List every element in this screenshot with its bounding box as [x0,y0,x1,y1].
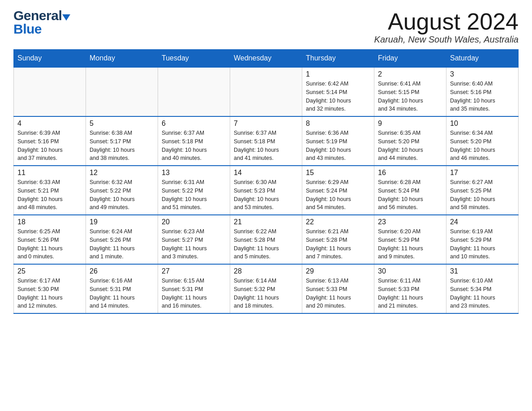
calendar-cell: 5Sunrise: 6:38 AMSunset: 5:17 PMDaylight… [86,116,158,166]
day-number: 10 [450,120,515,128]
calendar-cell: 21Sunrise: 6:22 AMSunset: 5:28 PMDayligh… [230,215,302,264]
weekday-header-friday: Friday [374,50,446,68]
calendar-cell: 16Sunrise: 6:28 AMSunset: 5:24 PMDayligh… [374,166,446,215]
calendar-cell: 20Sunrise: 6:23 AMSunset: 5:27 PMDayligh… [158,215,230,264]
calendar-cell: 10Sunrise: 6:34 AMSunset: 5:20 PMDayligh… [446,116,519,166]
calendar-cell: 26Sunrise: 6:16 AMSunset: 5:31 PMDayligh… [86,264,158,313]
calendar-cell: 19Sunrise: 6:24 AMSunset: 5:26 PMDayligh… [86,215,158,264]
day-info: Sunrise: 6:42 AMSunset: 5:14 PMDaylight:… [306,80,370,113]
day-info: Sunrise: 6:29 AMSunset: 5:24 PMDaylight:… [306,178,370,212]
day-number: 26 [90,267,154,275]
day-info: Sunrise: 6:20 AMSunset: 5:29 PMDaylight:… [378,227,442,261]
calendar-week-row: 11Sunrise: 6:33 AMSunset: 5:21 PMDayligh… [14,166,519,215]
day-number: 1 [306,70,370,78]
day-number: 14 [234,169,298,177]
day-info: Sunrise: 6:41 AMSunset: 5:15 PMDaylight:… [378,80,442,113]
day-number: 30 [378,267,442,275]
calendar-cell: 25Sunrise: 6:17 AMSunset: 5:30 PMDayligh… [14,264,86,313]
weekday-header-sunday: Sunday [14,50,86,68]
calendar-cell: 3Sunrise: 6:40 AMSunset: 5:16 PMDaylight… [446,67,519,116]
day-info: Sunrise: 6:37 AMSunset: 5:18 PMDaylight:… [234,129,298,163]
day-number: 17 [450,169,515,177]
day-number: 29 [306,267,370,275]
day-number: 15 [306,169,370,177]
day-info: Sunrise: 6:28 AMSunset: 5:24 PMDaylight:… [378,178,442,212]
day-number: 9 [378,120,442,128]
day-number: 5 [90,120,154,128]
day-info: Sunrise: 6:38 AMSunset: 5:17 PMDaylight:… [90,129,154,163]
day-number: 24 [450,218,515,226]
calendar-week-row: 25Sunrise: 6:17 AMSunset: 5:30 PMDayligh… [14,264,519,313]
calendar-cell: 30Sunrise: 6:11 AMSunset: 5:33 PMDayligh… [374,264,446,313]
page-header: General Blue August 2024 Karuah, New Sou… [13,9,519,45]
day-info: Sunrise: 6:25 AMSunset: 5:26 PMDaylight:… [17,227,82,261]
weekday-header-thursday: Thursday [302,50,374,68]
calendar-cell: 2Sunrise: 6:41 AMSunset: 5:15 PMDaylight… [374,67,446,116]
calendar-cell [230,67,302,116]
calendar-cell: 29Sunrise: 6:13 AMSunset: 5:33 PMDayligh… [302,264,374,313]
day-number: 7 [234,120,298,128]
day-info: Sunrise: 6:39 AMSunset: 5:16 PMDaylight:… [17,129,82,163]
day-info: Sunrise: 6:17 AMSunset: 5:30 PMDaylight:… [17,277,82,310]
calendar-cell [158,67,230,116]
day-info: Sunrise: 6:36 AMSunset: 5:19 PMDaylight:… [306,129,370,163]
calendar-week-row: 1Sunrise: 6:42 AMSunset: 5:14 PMDaylight… [14,67,519,116]
day-info: Sunrise: 6:31 AMSunset: 5:22 PMDaylight:… [162,178,226,212]
calendar-cell: 4Sunrise: 6:39 AMSunset: 5:16 PMDaylight… [14,116,86,166]
day-number: 8 [306,120,370,128]
day-info: Sunrise: 6:40 AMSunset: 5:16 PMDaylight:… [450,80,515,113]
day-number: 4 [17,120,82,128]
day-number: 11 [17,169,82,177]
calendar-cell: 9Sunrise: 6:35 AMSunset: 5:20 PMDaylight… [374,116,446,166]
day-info: Sunrise: 6:21 AMSunset: 5:28 PMDaylight:… [306,227,370,261]
calendar-cell: 1Sunrise: 6:42 AMSunset: 5:14 PMDaylight… [302,67,374,116]
day-info: Sunrise: 6:34 AMSunset: 5:20 PMDaylight:… [450,129,515,163]
title-section: August 2024 Karuah, New South Wales, Aus… [374,9,519,45]
day-number: 22 [306,218,370,226]
weekday-header-tuesday: Tuesday [158,50,230,68]
day-info: Sunrise: 6:24 AMSunset: 5:26 PMDaylight:… [90,227,154,261]
weekday-header-monday: Monday [86,50,158,68]
day-info: Sunrise: 6:15 AMSunset: 5:31 PMDaylight:… [162,277,226,310]
calendar-cell [14,67,86,116]
day-number: 18 [17,218,82,226]
day-number: 2 [378,70,442,78]
calendar-cell: 13Sunrise: 6:31 AMSunset: 5:22 PMDayligh… [158,166,230,215]
day-number: 12 [90,169,154,177]
day-info: Sunrise: 6:14 AMSunset: 5:32 PMDaylight:… [234,277,298,310]
day-number: 27 [162,267,226,275]
weekday-header-saturday: Saturday [446,50,519,68]
calendar-cell: 11Sunrise: 6:33 AMSunset: 5:21 PMDayligh… [14,166,86,215]
calendar-cell: 15Sunrise: 6:29 AMSunset: 5:24 PMDayligh… [302,166,374,215]
day-number: 31 [450,267,515,275]
calendar-cell: 14Sunrise: 6:30 AMSunset: 5:23 PMDayligh… [230,166,302,215]
logo: General Blue [13,9,70,36]
day-info: Sunrise: 6:13 AMSunset: 5:33 PMDaylight:… [306,277,370,310]
day-info: Sunrise: 6:32 AMSunset: 5:22 PMDaylight:… [90,178,154,212]
day-info: Sunrise: 6:11 AMSunset: 5:33 PMDaylight:… [378,277,442,310]
location-subtitle: Karuah, New South Wales, Australia [374,34,519,45]
day-info: Sunrise: 6:10 AMSunset: 5:34 PMDaylight:… [450,277,515,310]
day-info: Sunrise: 6:27 AMSunset: 5:25 PMDaylight:… [450,178,515,212]
day-info: Sunrise: 6:37 AMSunset: 5:18 PMDaylight:… [162,129,226,163]
day-number: 21 [234,218,298,226]
calendar-week-row: 18Sunrise: 6:25 AMSunset: 5:26 PMDayligh… [14,215,519,264]
calendar-cell: 7Sunrise: 6:37 AMSunset: 5:18 PMDaylight… [230,116,302,166]
day-info: Sunrise: 6:33 AMSunset: 5:21 PMDaylight:… [17,178,82,212]
day-info: Sunrise: 6:35 AMSunset: 5:20 PMDaylight:… [378,129,442,163]
weekday-header-wednesday: Wednesday [230,50,302,68]
calendar-cell: 18Sunrise: 6:25 AMSunset: 5:26 PMDayligh… [14,215,86,264]
day-number: 20 [162,218,226,226]
calendar-cell: 28Sunrise: 6:14 AMSunset: 5:32 PMDayligh… [230,264,302,313]
day-info: Sunrise: 6:22 AMSunset: 5:28 PMDaylight:… [234,227,298,261]
calendar-cell: 6Sunrise: 6:37 AMSunset: 5:18 PMDaylight… [158,116,230,166]
calendar-cell: 17Sunrise: 6:27 AMSunset: 5:25 PMDayligh… [446,166,519,215]
day-number: 3 [450,70,515,78]
calendar-cell: 12Sunrise: 6:32 AMSunset: 5:22 PMDayligh… [86,166,158,215]
calendar-cell: 23Sunrise: 6:20 AMSunset: 5:29 PMDayligh… [374,215,446,264]
calendar-header-row: SundayMondayTuesdayWednesdayThursdayFrid… [14,50,519,68]
logo-line1: General [13,9,70,22]
day-info: Sunrise: 6:23 AMSunset: 5:27 PMDaylight:… [162,227,226,261]
logo-line2: Blue [13,22,70,36]
calendar-cell: 27Sunrise: 6:15 AMSunset: 5:31 PMDayligh… [158,264,230,313]
